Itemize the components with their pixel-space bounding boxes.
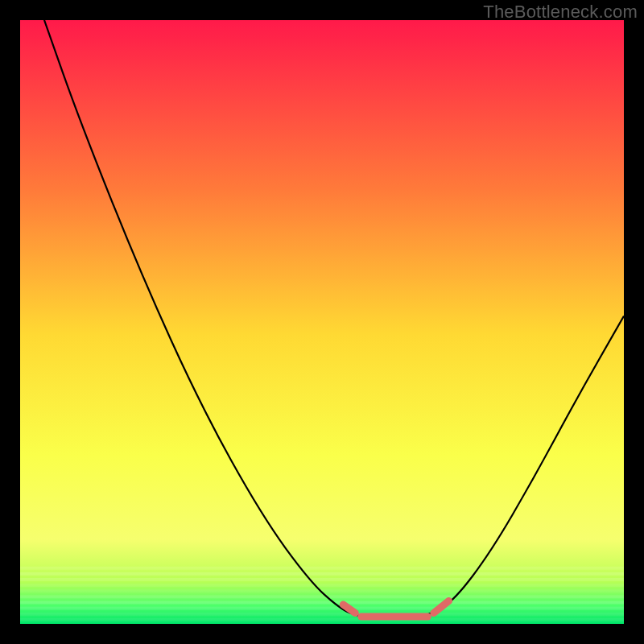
plot-area: [20, 20, 624, 624]
svg-rect-9: [20, 618, 624, 621]
watermark-text: TheBottleneck.com: [483, 2, 638, 23]
svg-rect-8: [20, 613, 624, 616]
svg-rect-6: [20, 601, 624, 605]
svg-rect-5: [20, 595, 624, 598]
svg-rect-3: [20, 584, 624, 587]
gradient-background: [20, 20, 624, 624]
svg-rect-0: [20, 567, 624, 570]
chart-svg: [20, 20, 624, 624]
chart-container: TheBottleneck.com: [0, 0, 644, 644]
svg-rect-1: [20, 572, 624, 576]
svg-rect-2: [20, 578, 624, 581]
svg-rect-7: [20, 607, 624, 610]
